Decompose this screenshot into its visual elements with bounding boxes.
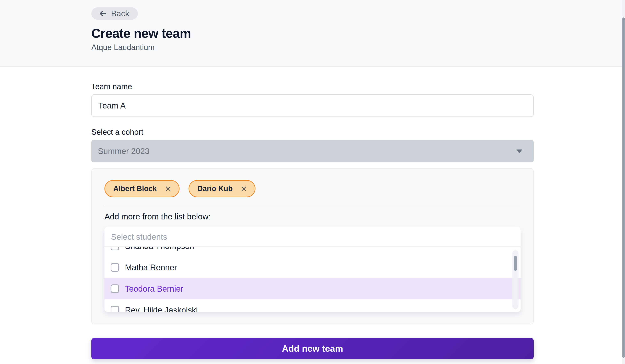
page-header: Back Create new team Atque Laudantium bbox=[0, 0, 625, 67]
back-button-label: Back bbox=[111, 9, 129, 18]
student-row[interactable]: Teodora Bernier bbox=[104, 278, 521, 299]
student-checkbox[interactable] bbox=[111, 263, 119, 272]
page-subtitle: Atque Laudantium bbox=[91, 43, 534, 52]
create-team-form: Team name Select a cohort Summer 2023 Al… bbox=[91, 67, 534, 359]
student-row[interactable]: Shanda Thompson bbox=[104, 247, 521, 257]
student-name: Rev. Hilde Jaskolski bbox=[125, 305, 198, 312]
close-icon[interactable] bbox=[164, 185, 172, 193]
student-list: Shanda Thompson Matha Renner Teodora Ber… bbox=[104, 247, 521, 312]
student-name: Shanda Thompson bbox=[125, 247, 194, 251]
add-more-text: Add more from the list below: bbox=[104, 212, 521, 221]
page-scrollbar-thumb[interactable] bbox=[622, 17, 625, 358]
list-scrollbar-thumb[interactable] bbox=[514, 256, 517, 271]
student-name: Teodora Bernier bbox=[125, 284, 184, 293]
cohort-label: Select a cohort bbox=[91, 127, 534, 137]
back-button[interactable]: Back bbox=[91, 7, 138, 20]
chevron-down-icon bbox=[516, 150, 522, 153]
student-search-input[interactable] bbox=[104, 227, 521, 246]
student-row[interactable]: Matha Renner bbox=[104, 257, 521, 278]
card-divider bbox=[104, 206, 521, 206]
student-chip: Albert Block bbox=[104, 180, 180, 197]
team-name-label: Team name bbox=[91, 82, 534, 91]
students-dropdown-panel: Shanda Thompson Matha Renner Teodora Ber… bbox=[104, 227, 521, 312]
arrow-left-icon bbox=[98, 9, 107, 18]
student-checkbox[interactable] bbox=[111, 306, 119, 312]
chip-student-name: Albert Block bbox=[113, 184, 157, 193]
student-checkbox[interactable] bbox=[111, 284, 119, 293]
cohort-selected-value: Summer 2023 bbox=[98, 147, 149, 156]
chip-student-name: Dario Kub bbox=[197, 184, 233, 193]
student-row[interactable]: Rev. Hilde Jaskolski bbox=[104, 299, 521, 312]
page-scrollbar[interactable] bbox=[622, 0, 625, 364]
page-title: Create new team bbox=[91, 26, 534, 41]
team-name-input[interactable] bbox=[91, 94, 534, 117]
student-chip: Dario Kub bbox=[188, 180, 255, 197]
list-scrollbar[interactable] bbox=[512, 250, 519, 309]
close-icon[interactable] bbox=[240, 185, 248, 193]
student-name: Matha Renner bbox=[125, 263, 177, 272]
student-checkbox[interactable] bbox=[111, 247, 119, 250]
cohort-select[interactable]: Summer 2023 bbox=[91, 140, 534, 162]
add-new-team-button[interactable]: Add new team bbox=[91, 338, 534, 359]
students-card: Albert Block Dario Kub Add more from the… bbox=[91, 168, 534, 324]
selected-students-chips: Albert Block Dario Kub bbox=[104, 180, 521, 197]
